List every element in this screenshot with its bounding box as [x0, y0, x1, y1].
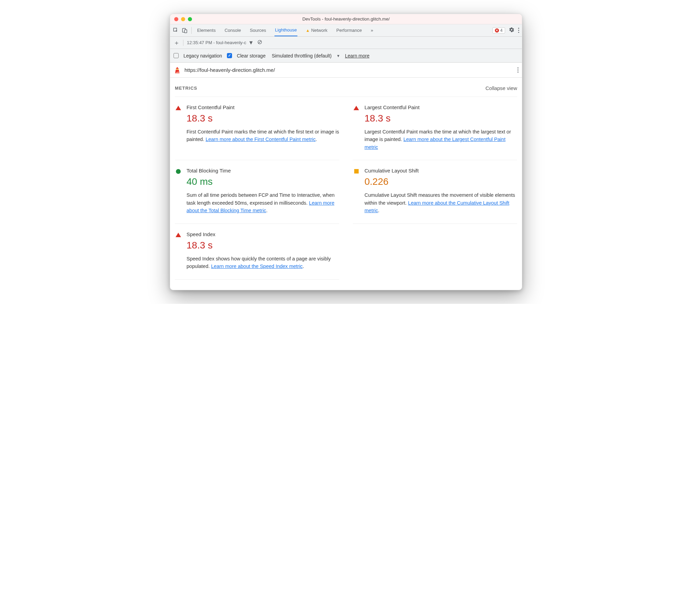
tab-lighthouse[interactable]: Lighthouse — [274, 24, 298, 36]
collapse-view-button[interactable]: Collapse view — [485, 85, 517, 91]
metric-value: 0.226 — [364, 176, 517, 187]
warning-icon: ▲ — [306, 28, 310, 33]
metric-description: First Contentful Paint marks the time at… — [187, 128, 339, 143]
svg-rect-5 — [176, 69, 178, 70]
tab-performance[interactable]: Performance — [336, 24, 362, 36]
metric-name: Speed Index — [187, 231, 339, 237]
devtools-window: DevTools - foul-heavenly-direction.glitc… — [170, 14, 522, 290]
lighthouse-icon — [174, 66, 181, 74]
report-selector[interactable]: 12:35:47 PM - foul-heavenly-c ▼ — [187, 40, 254, 46]
tab-network[interactable]: ▲ Network — [305, 24, 328, 36]
metric-learn-more-link[interactable]: Learn more about the Cumulative Layout S… — [364, 200, 509, 213]
metric-card: Cumulative Layout Shift0.226Cumulative L… — [353, 160, 517, 223]
error-count-badge[interactable]: ✕ 4 — [492, 27, 505, 34]
metric-name: First Contentful Paint — [187, 104, 339, 110]
metrics-section-header: METRICS Collapse view — [175, 84, 517, 97]
metrics-grid: First Contentful Paint18.3 sFirst Conten… — [175, 97, 517, 280]
section-title: METRICS — [175, 86, 197, 91]
clear-report-icon[interactable] — [257, 39, 262, 46]
more-menu-icon[interactable] — [518, 28, 520, 33]
metric-status-icon — [353, 168, 360, 214]
metric-value: 18.3 s — [187, 240, 339, 251]
options-bar: Legacy navigation Clear storage Simulate… — [170, 49, 522, 63]
metric-card: First Contentful Paint18.3 sFirst Conten… — [175, 97, 339, 160]
separator — [191, 27, 192, 34]
metric-name: Total Blocking Time — [187, 168, 339, 174]
new-report-button[interactable]: ＋ — [174, 39, 180, 47]
report-label: 12:35:47 PM - foul-heavenly-c — [187, 40, 246, 45]
metric-card: Total Blocking Time40 msSum of all time … — [175, 160, 339, 223]
error-count: 4 — [500, 28, 503, 33]
tab-elements[interactable]: Elements — [196, 24, 216, 36]
tab-network-label: Network — [311, 28, 328, 33]
metric-description: Sum of all time periods between FCP and … — [187, 191, 339, 214]
report-menu-icon[interactable] — [517, 67, 519, 73]
metric-name: Largest Contentful Paint — [364, 104, 517, 110]
svg-rect-1 — [184, 29, 187, 33]
throttling-label: Simulated throttling (default) — [272, 53, 332, 59]
main-toolbar: Elements Console Sources Lighthouse ▲ Ne… — [170, 24, 522, 37]
tab-console[interactable]: Console — [224, 24, 242, 36]
metric-card: Largest Contentful Paint18.3 sLargest Co… — [353, 97, 517, 160]
window-title: DevTools - foul-heavenly-direction.glitc… — [170, 16, 522, 22]
metric-description: Speed Index shows how quickly the conten… — [187, 255, 339, 270]
toolbar-right: ✕ 4 — [492, 27, 519, 34]
metric-name: Cumulative Layout Shift — [364, 168, 517, 174]
url-bar: https://foul-heavenly-direction.glitch.m… — [170, 63, 522, 78]
lighthouse-subbar: ＋ 12:35:47 PM - foul-heavenly-c ▼ — [170, 37, 522, 49]
metric-value: 18.3 s — [187, 113, 339, 124]
device-toolbar-icon[interactable] — [182, 27, 188, 34]
metric-description: Largest Contentful Paint marks the time … — [364, 128, 517, 151]
metric-status-icon — [175, 168, 182, 214]
svg-line-3 — [258, 41, 261, 43]
settings-icon[interactable] — [509, 27, 515, 34]
page-url: https://foul-heavenly-direction.glitch.m… — [184, 67, 275, 73]
metric-learn-more-link[interactable]: Learn more about the Largest Contentful … — [364, 137, 505, 150]
metric-value: 18.3 s — [364, 113, 517, 124]
separator — [183, 40, 183, 46]
panel-tabs: Elements Console Sources Lighthouse ▲ Ne… — [196, 24, 374, 36]
legacy-navigation-checkbox[interactable] — [174, 53, 179, 58]
legacy-navigation-label: Legacy navigation — [183, 53, 222, 59]
clear-storage-label: Clear storage — [237, 53, 266, 59]
metric-learn-more-link[interactable]: Learn more about the First Contentful Pa… — [206, 137, 316, 142]
metric-card: Speed Index18.3 sSpeed Index shows how q… — [175, 224, 339, 280]
metric-status-icon — [175, 231, 182, 270]
tabs-overflow[interactable]: » — [370, 24, 374, 36]
metric-value: 40 ms — [187, 176, 339, 187]
report-content: METRICS Collapse view First Contentful P… — [170, 78, 522, 290]
metric-status-icon — [175, 104, 182, 151]
svg-marker-4 — [176, 67, 179, 69]
throttling-chevron-icon[interactable]: ▼ — [336, 54, 340, 58]
metric-learn-more-link[interactable]: Learn more about the Speed Index metric — [211, 264, 303, 269]
learn-more-link[interactable]: Learn more — [345, 53, 370, 59]
clear-storage-checkbox[interactable] — [227, 53, 232, 58]
metric-description: Cumulative Layout Shift measures the mov… — [364, 191, 517, 214]
tab-sources[interactable]: Sources — [249, 24, 267, 36]
titlebar: DevTools - foul-heavenly-direction.glitc… — [170, 14, 522, 24]
metric-learn-more-link[interactable]: Learn more about the Total Blocking Time… — [187, 200, 334, 213]
metric-status-icon — [353, 104, 360, 151]
error-icon: ✕ — [495, 28, 499, 33]
chevron-down-icon: ▼ — [248, 40, 254, 46]
inspect-element-icon[interactable] — [173, 27, 179, 34]
